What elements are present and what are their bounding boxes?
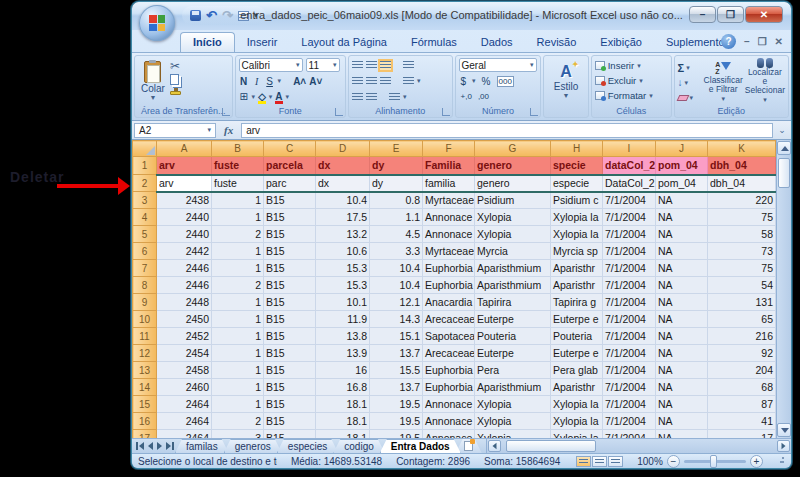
cell-H14[interactable]: Aparisthr	[551, 379, 603, 396]
row-header-16[interactable]: 16	[133, 413, 157, 430]
cell-E8[interactable]: 10.4	[370, 277, 423, 294]
cell-A16[interactable]: 2464	[157, 413, 212, 430]
cell-I13[interactable]: 7/1/2004	[603, 362, 656, 379]
cell-E1[interactable]: dy	[370, 157, 423, 175]
cut-icon[interactable]: ✂	[170, 61, 181, 71]
cell-I4[interactable]: 7/1/2004	[603, 209, 656, 226]
align-middle-icon[interactable]	[366, 61, 377, 70]
cell-K3[interactable]: 220	[708, 192, 776, 209]
cell-I7[interactable]: 7/1/2004	[603, 260, 656, 277]
cell-D15[interactable]: 18.1	[316, 396, 370, 413]
vertical-scroll-thumb[interactable]	[778, 158, 790, 188]
cell-D11[interactable]: 13.8	[316, 328, 370, 345]
cell-H5[interactable]: Xylopia la	[551, 226, 603, 243]
decrease-decimal-button[interactable]: ,00	[478, 92, 489, 101]
office-button[interactable]	[139, 5, 175, 41]
doc-minimize-icon[interactable]: –	[744, 36, 750, 48]
cell-K9[interactable]: 131	[708, 294, 776, 311]
cell-G1[interactable]: genero	[475, 157, 551, 175]
cell-J13[interactable]: NA	[656, 362, 708, 379]
cell-A12[interactable]: 2454	[157, 345, 212, 362]
horizontal-scrollbar[interactable]	[486, 439, 791, 453]
cell-F13[interactable]: Euphorbia	[423, 362, 475, 379]
cell-C13[interactable]: B15	[264, 362, 316, 379]
formula-bar-expand-icon[interactable]: ⌄	[775, 125, 789, 135]
row-header-4[interactable]: 4	[133, 209, 157, 226]
cell-B8[interactable]: 2	[212, 277, 264, 294]
cell-H11[interactable]: Pouteria	[551, 328, 603, 345]
decrease-indent-icon[interactable]	[352, 93, 363, 102]
row-header-12[interactable]: 12	[133, 345, 157, 362]
cell-I12[interactable]: 7/1/2004	[603, 345, 656, 362]
cell-B1[interactable]: fuste	[212, 157, 264, 175]
cell-J2[interactable]: pom_04	[656, 175, 708, 192]
doc-restore-icon[interactable]: ❐	[758, 36, 767, 48]
cell-H4[interactable]: Xylopia la	[551, 209, 603, 226]
insert-cells-button[interactable]: Inserir▾	[595, 59, 668, 72]
zoom-in-icon[interactable]: +	[750, 455, 763, 468]
cell-G7[interactable]: Aparisthmium	[475, 260, 551, 277]
row-header-2[interactable]: 2	[133, 175, 157, 192]
row-header-13[interactable]: 13	[133, 362, 157, 379]
cell-B15[interactable]: 1	[212, 396, 264, 413]
column-header-A[interactable]: A	[157, 141, 212, 157]
scroll-left-icon[interactable]	[488, 440, 501, 452]
cell-I16[interactable]: 7/1/2004	[603, 413, 656, 430]
cell-H13[interactable]: Pera glab	[551, 362, 603, 379]
cell-G8[interactable]: Aparisthmium	[475, 277, 551, 294]
cell-K11[interactable]: 216	[708, 328, 776, 345]
fx-icon[interactable]: fx	[218, 124, 239, 136]
cell-K14[interactable]: 68	[708, 379, 776, 396]
help-icon[interactable]: ?	[721, 34, 736, 49]
tab-revisão[interactable]: Revisão	[525, 33, 589, 52]
currency-button[interactable]: $	[461, 76, 467, 87]
row-header-15[interactable]: 15	[133, 396, 157, 413]
paste-button[interactable]: Colar ▼	[138, 58, 168, 104]
cell-A17[interactable]: 2464	[157, 430, 212, 439]
row-header-1[interactable]: 1	[133, 157, 157, 175]
cell-G17[interactable]: Xylopia	[475, 430, 551, 439]
font-color-button[interactable]: A	[275, 91, 282, 102]
cell-H16[interactable]: Xylopia la	[551, 413, 603, 430]
cell-A1[interactable]: arv	[157, 157, 212, 175]
column-header-E[interactable]: E	[370, 141, 423, 157]
cell-D10[interactable]: 11.9	[316, 311, 370, 328]
cell-A10[interactable]: 2450	[157, 311, 212, 328]
cell-C2[interactable]: parc	[264, 175, 316, 192]
cell-D8[interactable]: 15.3	[316, 277, 370, 294]
cell-G16[interactable]: Xylopia	[475, 413, 551, 430]
cell-B4[interactable]: 1	[212, 209, 264, 226]
cell-F10[interactable]: Arecaceae	[423, 311, 475, 328]
cell-H8[interactable]: Aparisthr	[551, 277, 603, 294]
cell-E9[interactable]: 12.1	[370, 294, 423, 311]
column-header-H[interactable]: H	[551, 141, 603, 157]
sheet-tab-familas[interactable]: familas	[175, 439, 229, 453]
cell-D13[interactable]: 16	[316, 362, 370, 379]
find-select-button[interactable]: Localizar e Selecionar▾	[745, 58, 785, 104]
cell-B13[interactable]: 1	[212, 362, 264, 379]
cell-C3[interactable]: B15	[264, 192, 316, 209]
cell-A4[interactable]: 2440	[157, 209, 212, 226]
tab-dados[interactable]: Dados	[469, 33, 525, 52]
next-sheet-icon[interactable]	[157, 442, 162, 450]
row-header-10[interactable]: 10	[133, 311, 157, 328]
cell-F1[interactable]: Familia	[423, 157, 475, 175]
scroll-right-icon[interactable]	[777, 440, 790, 452]
cell-E3[interactable]: 0.8	[370, 192, 423, 209]
underline-dropdown-icon[interactable]: ▾	[278, 77, 282, 85]
cell-H1[interactable]: specie	[551, 157, 603, 175]
cell-H7[interactable]: Aparisthr	[551, 260, 603, 277]
align-left-icon[interactable]	[352, 77, 363, 86]
format-cells-button[interactable]: Formatar▾	[595, 89, 668, 102]
cell-J1[interactable]: pom_04	[656, 157, 708, 175]
column-header-B[interactable]: B	[212, 141, 264, 157]
font-size-select[interactable]: 11▾	[306, 58, 340, 72]
cell-I10[interactable]: 7/1/2004	[603, 311, 656, 328]
cell-J14[interactable]: NA	[656, 379, 708, 396]
vertical-scrollbar[interactable]	[776, 140, 791, 438]
cell-G11[interactable]: Pouteria	[475, 328, 551, 345]
horizontal-scroll-thumb[interactable]	[506, 440, 596, 452]
cell-A5[interactable]: 2440	[157, 226, 212, 243]
style-button[interactable]: A Estilo ▼	[547, 58, 584, 104]
cell-K15[interactable]: 87	[708, 396, 776, 413]
